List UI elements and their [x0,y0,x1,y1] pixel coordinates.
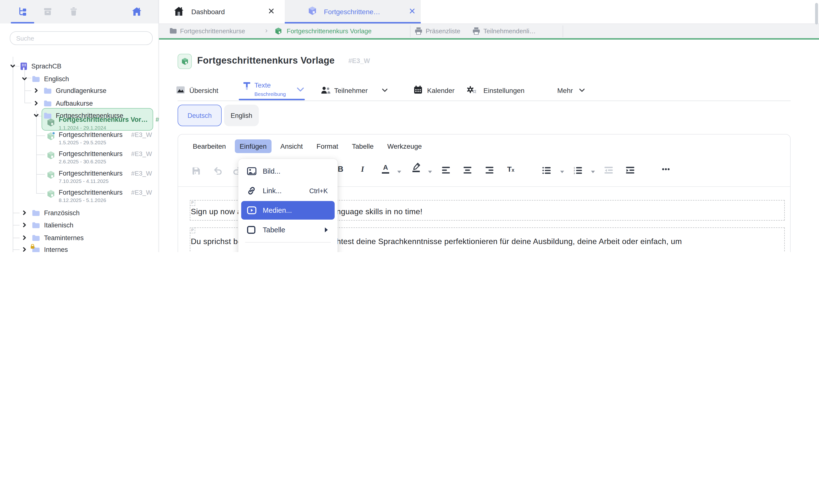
tree-item-folder[interactable]: Französisch [0,208,80,217]
trash-icon[interactable] [70,7,77,16]
menu-item-medien[interactable]: Medien... [241,201,335,220]
chevron-down-icon[interactable] [381,88,388,93]
align-left-icon[interactable] [442,167,451,174]
chevron-down-icon[interactable] [33,112,39,118]
bold-icon[interactable]: B [337,165,343,174]
folder-icon [44,112,51,119]
tab-einstellungen[interactable]: Einstellungen [484,87,525,94]
search-input[interactable] [10,31,153,45]
tab-teilnehmer[interactable]: Teilnehmer [334,87,368,94]
insert-dropdown-menu: Bild... Link... Ctrl+K Medien... Tabell [238,159,337,252]
course-cube-icon [47,190,55,198]
tree-item-folder-locked[interactable]: Internes [0,245,68,252]
submenu-arrow-icon [325,227,328,232]
menu-ansicht[interactable]: Ansicht [275,139,308,153]
accent-underline [158,38,819,40]
align-center-icon[interactable] [464,167,472,174]
tab-texte[interactable]: Texte [254,81,271,89]
italic-icon[interactable]: I [361,165,364,174]
menu-werkzeuge[interactable]: Werkzeuge [382,139,427,153]
chevron-right-icon[interactable] [22,235,27,241]
folder-icon [32,210,40,216]
calendar-icon [414,86,422,94]
dropdown-caret[interactable] [428,171,432,173]
menu-item-link[interactable]: Link... Ctrl+K [241,181,335,200]
breadcrumb-item-current[interactable]: Fortgeschrittenenkurs Vorlage [287,27,371,35]
tree-item-folder[interactable]: Englisch [0,74,69,83]
dropdown-caret[interactable] [397,171,401,173]
clear-formatting-icon[interactable]: Tx [507,165,514,174]
menu-item-horizontale-linie[interactable]: Horizontale Linie [241,246,335,252]
menu-format[interactable]: Format [312,139,343,153]
people-icon [321,87,331,94]
home-icon[interactable] [132,7,141,16]
text-icon [243,82,250,90]
chevron-down-icon[interactable] [10,63,16,69]
menu-item-bild[interactable]: Bild... [241,162,335,180]
vertical-scrollbar-thumb[interactable] [815,3,818,24]
numbered-list-icon[interactable]: 123 [574,167,582,174]
rich-text-editor: Bearbeiten Einfügen Ansicht Format Tabel… [178,134,791,252]
bullet-list-icon[interactable] [542,167,551,174]
media-icon [247,206,257,214]
tree-guide [36,111,37,194]
tree-item-folder[interactable]: Teaminternes [0,233,84,242]
tab-label: Dashboard [191,8,225,16]
archive-icon[interactable] [44,7,52,16]
tab-label: Fortgeschrittene… [324,8,380,16]
chevron-down-icon[interactable] [296,86,304,93]
tab-texte-sublabel: Beschreibung [254,91,286,97]
highlight-color-icon[interactable] [413,163,420,172]
building-icon [21,62,27,70]
menu-tabelle[interactable]: Tabelle [347,139,379,153]
print-action[interactable]: Präsenzliste [426,27,461,35]
print-action[interactable]: Teilnehmendenli… [484,27,536,35]
save-icon[interactable] [192,167,200,175]
course-cube-icon [47,132,55,140]
chevron-right-icon[interactable] [22,210,27,216]
svg-text:2: 2 [574,169,575,172]
tab-kalender[interactable]: Kalender [427,87,455,94]
tab-dashboard[interactable]: Dashboard [162,0,285,23]
chevron-right-icon[interactable] [22,246,27,252]
close-icon[interactable] [268,8,274,14]
more-tools-icon[interactable] [662,168,670,171]
chevron-down-icon[interactable] [22,76,27,82]
tree-structure-icon[interactable] [18,7,27,16]
text-color-icon[interactable]: A [382,164,389,174]
menu-bearbeiten[interactable]: Bearbeiten [188,139,231,153]
page-title: Fortgeschrittenenkurs Vorlage [197,55,335,66]
indent-icon[interactable] [626,167,634,174]
page-code: #E3_W [348,57,370,65]
outdent-icon[interactable] [605,167,613,174]
divider [563,25,563,37]
tree-item-folder[interactable]: Italienisch [0,221,73,229]
chevron-right-icon[interactable] [33,100,39,106]
chevron-right-icon[interactable] [33,88,39,93]
tab-fortgeschrittenenkurs[interactable]: Fortgeschrittene… [285,0,421,23]
menu-item-tabelle[interactable]: Tabelle [241,221,335,239]
align-right-icon[interactable] [486,167,494,174]
menu-einfuegen[interactable]: Einfügen [234,139,271,153]
tab-mehr[interactable]: Mehr [557,87,573,94]
language-button-english[interactable]: English [224,105,259,126]
course-cube-icon [275,27,282,35]
chevron-right-icon[interactable] [22,222,27,228]
chevron-down-icon[interactable] [579,88,585,93]
close-icon[interactable] [410,8,415,14]
course-cube-icon [47,171,55,179]
tree-item-folder[interactable]: Grundlagenkurse [0,86,106,95]
language-button-deutsch[interactable]: Deutsch [178,105,222,126]
shortcut-label: Ctrl+K [309,187,328,194]
dropdown-caret[interactable] [591,171,595,173]
course-type-badge [178,54,192,69]
dropdown-caret[interactable] [560,171,564,173]
course-code: #E3_W [131,150,152,157]
tree-item-org[interactable]: SprachCB [0,62,61,70]
breadcrumb-item[interactable]: Fortgeschrittenenkurse [180,27,245,35]
folder-icon [32,246,40,252]
tab-uebersicht[interactable]: Übersicht [189,87,218,94]
undo-icon[interactable] [213,167,223,175]
active-tab-underline [239,99,305,100]
tree-item-folder[interactable]: Aufbaukurse [0,99,93,108]
